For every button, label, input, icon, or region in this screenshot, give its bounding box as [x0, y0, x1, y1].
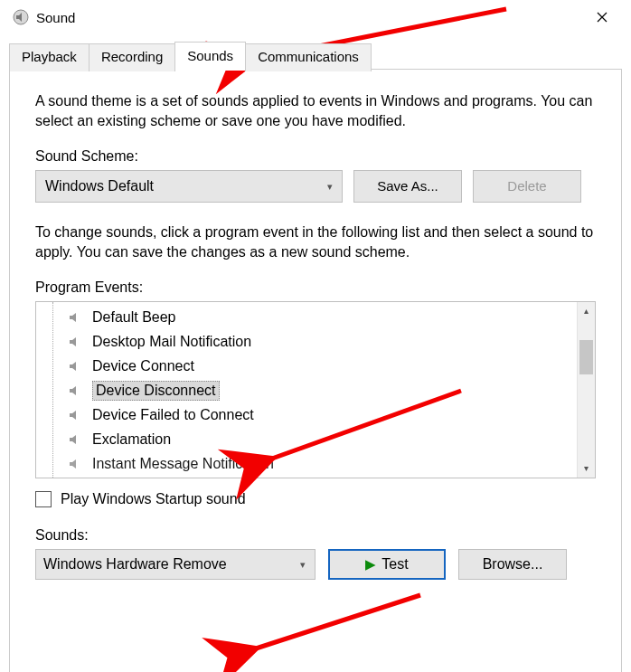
- event-label: Device Connect: [92, 358, 194, 374]
- chevron-down-icon: ▾: [300, 558, 306, 570]
- tab-sounds[interactable]: Sounds: [174, 42, 246, 70]
- sound-icon: [67, 409, 85, 421]
- events-label: Program Events:: [35, 279, 596, 296]
- sound-file-combo[interactable]: Windows Hardware Remove ▾: [35, 549, 316, 580]
- event-label: Instant Message Notification: [92, 456, 274, 472]
- sound-icon: [67, 384, 85, 397]
- test-button[interactable]: ▶ Test: [328, 549, 446, 580]
- event-label: Device Failed to Connect: [92, 407, 254, 423]
- scheme-combo[interactable]: Windows Default ▾: [35, 170, 343, 203]
- close-icon: [597, 12, 607, 23]
- titlebar: Sound: [0, 0, 631, 34]
- event-item-selected[interactable]: Device Disconnect: [36, 379, 577, 403]
- event-item[interactable]: Default Beep: [36, 306, 577, 330]
- save-as-button[interactable]: Save As...: [353, 170, 462, 203]
- tab-playback[interactable]: Playback: [9, 43, 89, 71]
- delete-button: Delete: [473, 170, 581, 203]
- scroll-down-button[interactable]: ▾: [578, 459, 595, 478]
- sound-file-value: Windows Hardware Remove: [43, 556, 227, 573]
- window-title: Sound: [36, 10, 75, 25]
- program-events-list[interactable]: Default Beep Desktop Mail Notification D…: [35, 301, 596, 478]
- startup-sound-checkbox[interactable]: [35, 491, 52, 507]
- event-item[interactable]: Exclamation: [36, 428, 577, 452]
- scroll-thumb[interactable]: [579, 340, 593, 374]
- scroll-up-button[interactable]: ▴: [578, 302, 595, 320]
- sound-icon: [67, 458, 85, 470]
- event-item[interactable]: Device Failed to Connect: [36, 403, 577, 428]
- event-label: Default Beep: [92, 309, 176, 326]
- change-description: To change sounds, click a program event …: [35, 222, 596, 263]
- scheme-value: Windows Default: [45, 178, 154, 194]
- tree-guide-line: [52, 302, 53, 478]
- event-item[interactable]: Instant Message Notification: [36, 452, 577, 477]
- sounds-panel: A sound theme is a set of sounds applied…: [9, 69, 622, 672]
- tab-recording[interactable]: Recording: [89, 43, 175, 71]
- scheme-label: Sound Scheme:: [35, 148, 596, 165]
- sound-icon: [67, 336, 85, 348]
- tab-strip: Playback Recording Sounds Communications: [9, 42, 631, 70]
- event-item[interactable]: Desktop Mail Notification: [36, 330, 577, 355]
- sound-icon: [67, 311, 85, 324]
- event-label: Desktop Mail Notification: [92, 334, 251, 350]
- chevron-down-icon: ▾: [327, 180, 333, 192]
- speaker-app-icon: [13, 9, 29, 25]
- list-scrollbar[interactable]: ▴ ▾: [577, 302, 595, 478]
- tab-communications[interactable]: Communications: [245, 43, 372, 71]
- browse-button[interactable]: Browse...: [458, 549, 567, 580]
- list-viewport: Default Beep Desktop Mail Notification D…: [36, 302, 577, 478]
- event-label: Exclamation: [92, 431, 171, 448]
- event-label: Device Disconnect: [92, 381, 220, 401]
- startup-sound-label: Play Windows Startup sound: [61, 491, 246, 507]
- event-item[interactable]: Device Connect: [36, 355, 577, 379]
- sounds-label: Sounds:: [35, 527, 596, 544]
- sound-icon: [67, 360, 85, 373]
- close-button[interactable]: [584, 4, 620, 31]
- theme-description: A sound theme is a set of sounds applied…: [35, 91, 596, 132]
- play-icon: ▶: [365, 556, 376, 573]
- sound-icon: [67, 433, 85, 446]
